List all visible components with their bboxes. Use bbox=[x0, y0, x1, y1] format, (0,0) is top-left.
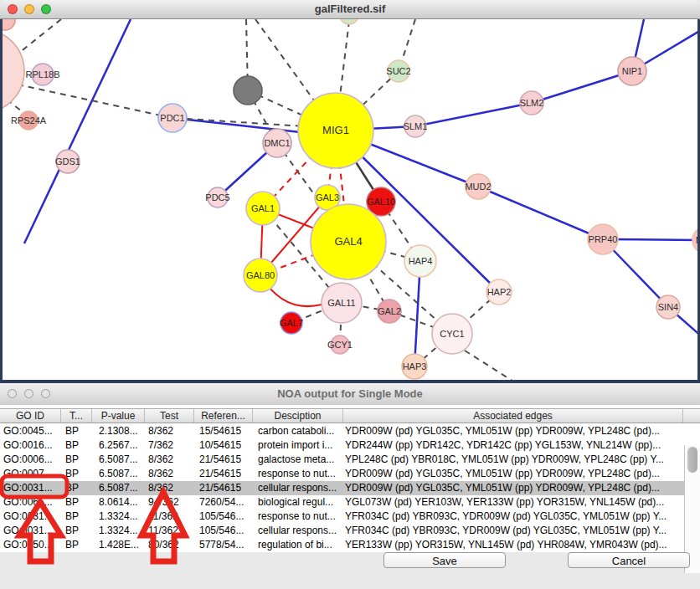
table-row-2[interactable]: GO:0016...BP6.2567...7/36210/54615protei… bbox=[0, 438, 700, 453]
cell-type: BP bbox=[61, 538, 92, 552]
node-label: GAL3 bbox=[316, 192, 339, 202]
network-canvas[interactable]: RPL18BRPS24AGDS1PDC1PDC5MIG1DMC1SUC2SLM1… bbox=[0, 19, 700, 383]
cell-description: regulation of bi... bbox=[253, 538, 343, 552]
node-gal4[interactable]: GAL4 bbox=[311, 204, 386, 279]
table-row-4[interactable]: GO:0007...BP6.5087...8/36221/54615respon… bbox=[0, 467, 700, 481]
edge-blue bbox=[24, 19, 131, 243]
column-header-go_id[interactable]: GO ID bbox=[0, 409, 61, 423]
cell-p_value: 6.5087... bbox=[92, 453, 145, 467]
cell-go_id: GO:0031... bbox=[0, 524, 61, 538]
node-label: HAP4 bbox=[409, 256, 433, 266]
save-button[interactable]: Save bbox=[383, 552, 506, 568]
column-header-spacer bbox=[683, 409, 700, 423]
cell-test: 11/362 bbox=[145, 524, 194, 538]
titlebar-galfiltered[interactable]: galFiltered.sif bbox=[0, 0, 700, 19]
node-cyc1[interactable]: CYC1 bbox=[432, 314, 472, 354]
cell-type: BP bbox=[61, 453, 92, 467]
node-nip1[interactable]: NIP1 bbox=[618, 57, 646, 85]
cell-reference: 21/54615 bbox=[194, 481, 253, 495]
node-rps24a[interactable]: RPS24A bbox=[11, 111, 47, 130]
column-header-reference[interactable]: Referen... bbox=[194, 409, 253, 423]
table-row-5-selected[interactable]: GO:0031...BP6.5087...8/36221/54615cellul… bbox=[0, 481, 700, 495]
node-slm2[interactable]: SLM2 bbox=[520, 91, 544, 115]
node-rpl18b[interactable]: RPL18B bbox=[26, 64, 60, 85]
cell-test: 8/362 bbox=[145, 481, 194, 495]
node-gal1[interactable]: GAL1 bbox=[246, 192, 280, 225]
node-gray[interactable] bbox=[234, 76, 262, 105]
cell-reference: 5778/54... bbox=[194, 538, 253, 552]
cell-p_value: 6.2567... bbox=[92, 438, 145, 453]
table-row-9[interactable]: GO:0050...BP1.428E...80/3625778/54...reg… bbox=[0, 538, 700, 552]
node-label: HAP3 bbox=[403, 361, 427, 371]
cell-go_id: GO:0050... bbox=[0, 538, 61, 552]
node-mig1[interactable]: MIG1 bbox=[298, 93, 373, 168]
node-label: DMC1 bbox=[264, 138, 290, 148]
table-row-3[interactable]: GO:0006...BP6.5087...8/36221/54615galact… bbox=[0, 453, 700, 467]
column-header-test[interactable]: Test bbox=[145, 409, 194, 423]
node-corner[interactable] bbox=[3, 19, 15, 30]
titlebar-noa[interactable]: NOA output for Single Mode bbox=[0, 383, 700, 406]
edge-dashed bbox=[18, 85, 172, 118]
node-gds1[interactable]: GDS1 bbox=[55, 150, 80, 173]
node-label: SLM2 bbox=[520, 98, 544, 108]
node-label: HAP2 bbox=[487, 287, 512, 297]
cell-test: 8/362 bbox=[145, 424, 194, 438]
table-row-1[interactable]: GO:0045...BP2.1308...8/36215/54615carbon… bbox=[0, 424, 700, 438]
node-label: RPL18B bbox=[26, 69, 60, 79]
table-row-8[interactable]: GO:0031...BP1.3324...11/362105/546...cel… bbox=[0, 524, 700, 538]
node-dmc1[interactable]: DMC1 bbox=[263, 129, 291, 157]
cell-reference: 10/54615 bbox=[194, 438, 253, 453]
edge-blue bbox=[415, 103, 532, 126]
cell-description: protein import i... bbox=[253, 438, 343, 453]
cell-assoc: YDR009W (pd) YGL035C, YML051W (pp) YDR00… bbox=[343, 481, 683, 495]
edge-dashed bbox=[465, 351, 517, 380]
node-hap4[interactable]: HAP4 bbox=[404, 245, 436, 277]
node-green-top[interactable] bbox=[340, 19, 358, 24]
node-label: SIN4 bbox=[658, 302, 678, 312]
cell-go_id: GO:0045... bbox=[0, 424, 61, 438]
node-label: SUC2 bbox=[386, 66, 410, 76]
node-label: MIG1 bbox=[322, 124, 349, 136]
node-large-left[interactable] bbox=[3, 29, 24, 113]
node-gal80[interactable]: GAL80 bbox=[244, 259, 277, 292]
cell-go_id: GO:0006... bbox=[0, 453, 61, 467]
cell-p_value: 1.3324... bbox=[92, 524, 145, 538]
node-gcy1[interactable]: GCY1 bbox=[327, 335, 353, 354]
node-msn[interactable]: MSN bbox=[692, 227, 697, 254]
node-pdc1[interactable]: PDC1 bbox=[158, 104, 187, 132]
node-label: MSN bbox=[696, 235, 697, 245]
node-hap3[interactable]: HAP3 bbox=[402, 354, 427, 379]
node-mud2[interactable]: MUD2 bbox=[465, 174, 491, 199]
table-row-6[interactable]: GO:0065...BP8.0614...94/3627260/54...bio… bbox=[0, 495, 700, 510]
table-header: GO IDT...P-valueTestReferen...Desciption… bbox=[0, 408, 700, 423]
node-label: GAL80 bbox=[246, 270, 275, 280]
column-header-assoc[interactable]: Associated edges bbox=[343, 409, 683, 423]
node-sin4[interactable]: SIN4 bbox=[656, 295, 680, 319]
column-header-type[interactable]: T... bbox=[61, 409, 92, 423]
cell-type: BP bbox=[61, 424, 92, 438]
node-suc2[interactable]: SUC2 bbox=[386, 60, 410, 82]
cell-p_value: 2.1308... bbox=[92, 424, 145, 438]
node-prp40[interactable]: PRP40 bbox=[588, 224, 618, 254]
node-label: GAL10 bbox=[367, 197, 395, 207]
node-gal7[interactable]: GAL7 bbox=[280, 312, 303, 334]
node-gal11[interactable]: GAL11 bbox=[322, 283, 362, 323]
node-slm1[interactable]: SLM1 bbox=[404, 115, 428, 137]
cell-description: carbon cataboli... bbox=[253, 424, 343, 438]
cell-test: 11/362 bbox=[145, 510, 194, 524]
column-header-p_value[interactable]: P-value bbox=[92, 409, 145, 423]
scrollbar-thumb[interactable] bbox=[687, 447, 697, 473]
node-gal2[interactable]: GAL2 bbox=[378, 300, 401, 323]
column-header-description[interactable]: Desciption bbox=[253, 409, 343, 423]
cell-assoc: YDR244W (pp) YDR142C, YDR142C (pp) YGL15… bbox=[343, 438, 683, 453]
cell-test: 94/362 bbox=[145, 495, 194, 510]
edge-blue bbox=[532, 71, 632, 103]
results-table: GO IDT...P-valueTestReferen...Desciption… bbox=[0, 405, 700, 552]
cell-type: BP bbox=[61, 438, 92, 453]
cancel-button[interactable]: Cancel bbox=[568, 552, 690, 568]
node-label: GAL4 bbox=[334, 235, 362, 248]
window-noa-output: NOA output for Single Mode GO IDT...P-va… bbox=[0, 383, 700, 589]
node-hap2[interactable]: HAP2 bbox=[486, 279, 512, 305]
table-row-7[interactable]: GO:0031...BP1.3324...11/362105/546...res… bbox=[0, 510, 700, 524]
cell-type: BP bbox=[61, 481, 92, 495]
